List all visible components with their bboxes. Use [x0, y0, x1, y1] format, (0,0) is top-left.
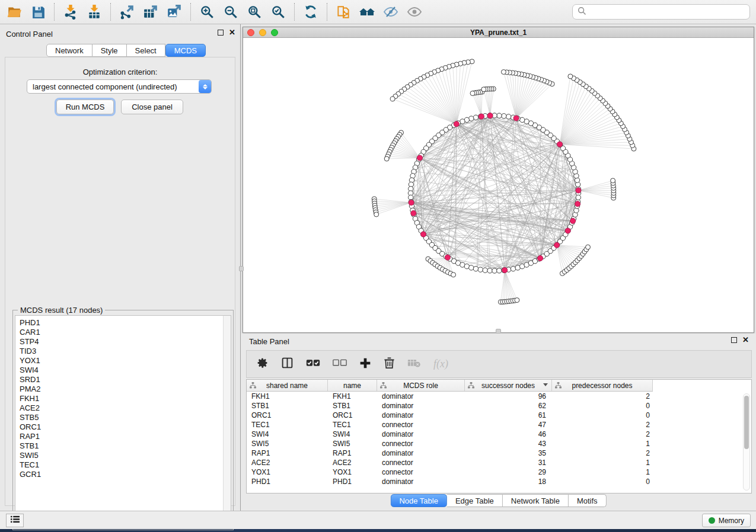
close-panel-icon[interactable]: ✕ [742, 337, 749, 343]
select-all-button[interactable] [306, 355, 320, 373]
mcds-result-item[interactable]: PMA2 [20, 384, 231, 394]
graph-edge[interactable] [506, 72, 516, 118]
graph-hub-node[interactable] [417, 155, 422, 161]
tab-style[interactable]: Style [92, 44, 127, 57]
graph-edge[interactable] [578, 185, 613, 190]
graph-hub-node[interactable] [565, 228, 570, 233]
graph-edge[interactable] [377, 203, 412, 214]
mcds-result-item[interactable]: SWI4 [20, 366, 231, 375]
mcds-result-item[interactable]: YOX1 [20, 356, 231, 366]
mcds-result-item[interactable]: STB5 [20, 413, 231, 422]
mcds-result-item[interactable]: FKH1 [20, 394, 231, 403]
table-row[interactable]: RAP1RAP1dominator352 [247, 448, 653, 458]
optimization-criterion-select[interactable]: largest connected component (undirected) [27, 79, 212, 94]
close-panel-icon[interactable]: ✕ [229, 30, 235, 36]
column-header-shared-name[interactable]: shared name [247, 380, 328, 391]
mcds-result-item[interactable]: GCR1 [20, 470, 231, 479]
run-mcds-button[interactable]: Run MCDS [56, 100, 114, 114]
graph-node[interactable] [478, 267, 483, 272]
graph-node[interactable] [451, 273, 456, 277]
zoom-in-button[interactable] [195, 2, 219, 22]
close-panel-button[interactable]: Close panel [121, 100, 183, 114]
graph-node[interactable] [586, 245, 591, 249]
float-panel-icon[interactable] [731, 337, 737, 343]
graph-hub-node[interactable] [538, 255, 543, 261]
graph-edge[interactable] [457, 62, 468, 124]
mcds-result-item[interactable]: SWI5 [20, 451, 231, 460]
zoom-fit-button[interactable] [243, 2, 266, 22]
graph-node[interactable] [481, 87, 486, 92]
graph-edge[interactable] [490, 89, 492, 116]
table-row[interactable]: YOX1YOX1connector291 [247, 467, 653, 477]
mcds-result-item[interactable]: ORC1 [20, 422, 231, 432]
graph-hub-node[interactable] [454, 121, 459, 127]
table-row[interactable]: PHD1PHD1dominator180 [247, 477, 653, 486]
graph-edge[interactable] [397, 139, 420, 158]
open-file-button[interactable] [2, 2, 26, 22]
graph-edge[interactable] [578, 190, 613, 196]
deselect-all-button[interactable] [333, 355, 347, 373]
table-row[interactable]: STB1STB1dominator620 [247, 401, 653, 411]
eye-button[interactable] [403, 2, 426, 22]
search-input[interactable] [590, 8, 745, 17]
graph-hub-node[interactable] [479, 114, 484, 119]
graph-hub-node[interactable] [554, 242, 560, 248]
mcds-result-item[interactable]: TEC1 [20, 460, 231, 470]
graph-hub-node[interactable] [445, 255, 450, 260]
export-network-button[interactable] [115, 2, 139, 22]
column-header-name[interactable]: name [328, 380, 377, 391]
graph-hub-node[interactable] [557, 142, 562, 147]
tab-select[interactable]: Select [127, 44, 165, 57]
graph-node[interactable] [487, 268, 492, 273]
save-button[interactable] [26, 2, 50, 22]
graph-node[interactable] [483, 268, 487, 273]
graph-node[interactable] [497, 113, 502, 118]
table-tab-motifs[interactable]: Motifs [569, 494, 607, 507]
import-table-button[interactable] [82, 2, 106, 22]
vertical-splitter-grip[interactable] [239, 266, 244, 271]
export-image-button[interactable] [162, 2, 186, 22]
graph-edge[interactable] [516, 83, 550, 118]
tab-network[interactable]: Network [46, 44, 92, 57]
graph-hub-node[interactable] [570, 218, 576, 223]
mcds-result-item[interactable]: STP4 [20, 337, 231, 347]
graph-edge[interactable] [578, 181, 613, 191]
graph-node[interactable] [469, 265, 474, 270]
table-row[interactable]: SWI4SWI4dominator462 [247, 430, 653, 439]
graph-edge[interactable] [395, 97, 457, 124]
houses-button[interactable] [355, 2, 379, 22]
delete-button[interactable] [384, 355, 395, 373]
memory-button[interactable]: Memory [702, 514, 751, 527]
graph-edge[interactable] [428, 75, 457, 124]
table-settings-button[interactable] [256, 355, 269, 373]
graph-hub-node[interactable] [502, 267, 508, 273]
graph-edge[interactable] [516, 81, 544, 118]
table-row[interactable]: ORC1ORC1dominator610 [247, 411, 653, 420]
graph-edge[interactable] [413, 213, 540, 258]
search-box[interactable] [572, 4, 750, 20]
mcds-result-item[interactable]: STB1 [20, 441, 231, 451]
network-graph[interactable] [243, 38, 754, 332]
float-panel-icon[interactable] [218, 30, 224, 36]
graph-node[interactable] [390, 97, 395, 101]
graph-edge[interactable] [560, 126, 623, 144]
graph-edge[interactable] [407, 87, 457, 124]
mcds-result-item[interactable]: CAR1 [20, 328, 231, 337]
graph-edge[interactable] [505, 270, 513, 301]
table-scrollbar-thumb[interactable] [744, 396, 749, 449]
graph-edge[interactable] [481, 92, 482, 117]
graph-edge[interactable] [503, 270, 505, 302]
graph-node[interactable] [384, 156, 389, 161]
graph-hub-node[interactable] [411, 210, 416, 216]
graph-node[interactable] [492, 268, 497, 273]
graph-edge[interactable] [457, 63, 464, 124]
graph-node[interactable] [511, 267, 515, 271]
table-tab-edge-table[interactable]: Edge Table [447, 494, 503, 507]
add-button[interactable] [359, 355, 371, 373]
graph-hub-node[interactable] [487, 113, 493, 118]
table-row[interactable]: SWI5SWI5connector431 [247, 439, 653, 448]
graph-edge[interactable] [457, 63, 461, 124]
mcds-result-item[interactable]: RAP1 [20, 432, 231, 441]
mcds-result-item[interactable]: TID3 [20, 347, 231, 356]
network-canvas[interactable] [243, 38, 754, 332]
